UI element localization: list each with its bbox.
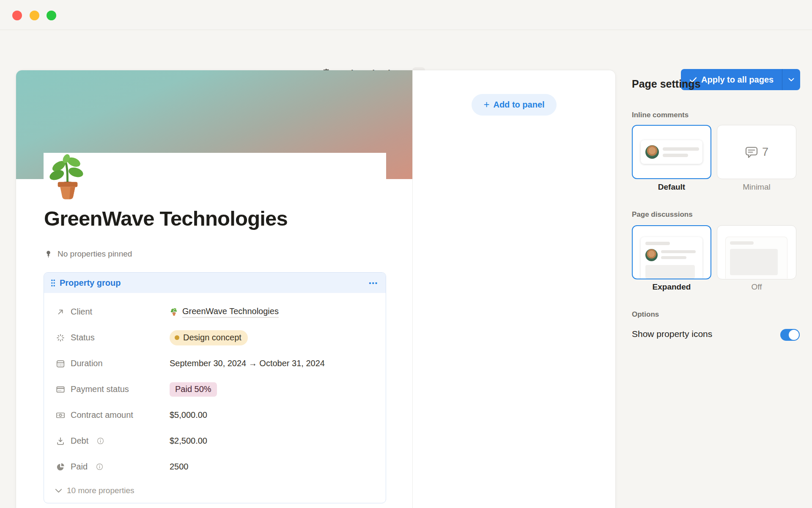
calendar-icon [56, 359, 65, 368]
arrow-up-right-icon [56, 307, 65, 317]
property-row-status[interactable]: Status Design concept [44, 325, 386, 351]
property-row-paid[interactable]: Paid 2500 [44, 454, 386, 480]
property-row-client[interactable]: Client [44, 299, 386, 325]
client-link[interactable]: GreenWave Technologies [182, 306, 279, 318]
status-dot [175, 335, 179, 340]
option-label-default: Default [632, 182, 711, 192]
panel-divider [412, 70, 413, 508]
drag-handle-icon[interactable] [51, 279, 55, 287]
app-window: Cancel Project database [0, 0, 812, 508]
options-label: Options [632, 310, 659, 319]
credit-card-icon [56, 385, 65, 394]
zoom-window-button[interactable] [47, 11, 56, 20]
option-label-minimal: Minimal [717, 182, 796, 192]
status-tag: Design concept [170, 330, 248, 345]
pie-chart-icon [56, 462, 65, 472]
minimize-window-button[interactable] [30, 11, 39, 20]
discussion-off-thumbnail [725, 237, 787, 279]
chevron-down-icon [55, 489, 62, 493]
discussion-preview-thumbnail [641, 237, 702, 279]
chevron-down-icon [788, 78, 794, 82]
pinned-properties-note: No properties pinned [44, 249, 132, 259]
page-title: GreenWave Technologies [44, 207, 288, 230]
potted-plant-icon [170, 307, 178, 316]
avatar [645, 249, 658, 261]
info-icon[interactable] [97, 437, 104, 444]
show-property-icons-toggle[interactable] [780, 329, 800, 341]
pin-icon [44, 250, 52, 258]
option-label-expanded: Expanded [632, 282, 711, 292]
inline-comments-default-option[interactable] [632, 125, 711, 179]
apply-label: Apply to all pages [701, 75, 774, 85]
info-icon[interactable] [96, 463, 103, 470]
plus-icon: + [483, 99, 489, 110]
property-group-header[interactable]: Property group ••• [44, 273, 386, 293]
option-label-off: Off [717, 282, 796, 292]
toggle-knob [789, 330, 799, 340]
property-group-card: Property group ••• Client [44, 272, 386, 503]
download-icon [56, 436, 65, 446]
more-properties-toggle[interactable]: 10 more properties [44, 480, 386, 502]
page-discussions-label: Page discussions [632, 210, 693, 219]
comment-bubble-icon [745, 145, 758, 159]
avatar [645, 145, 659, 159]
payment-status-tag: Paid 50% [170, 382, 217, 397]
page-discussions-expanded-option[interactable] [632, 225, 711, 279]
property-row-debt[interactable]: Debt $2,500.00 [44, 428, 386, 454]
titlebar [0, 0, 812, 30]
property-group-title: Property group [60, 278, 369, 288]
sidebar-title: Page settings [632, 78, 701, 90]
inline-comments-label: Inline comments [632, 111, 689, 119]
inline-comments-minimal-option[interactable]: 7 [717, 125, 796, 179]
banknote-icon [56, 411, 65, 420]
show-property-icons-label: Show property icons [632, 329, 712, 339]
apply-options-dropdown[interactable] [782, 69, 800, 90]
page-preview-panel: GreenWave Technologies No properties pin… [16, 70, 615, 508]
status-spinner-icon [56, 333, 65, 342]
property-row-contract-amount[interactable]: Contract amount $5,000.00 [44, 402, 386, 428]
property-row-duration[interactable]: Duration September 30, 2024 → October 31… [44, 351, 386, 376]
header: Cancel Project database [0, 30, 812, 70]
add-to-panel-button[interactable]: + Add to panel [472, 94, 557, 116]
property-row-payment-status[interactable]: Payment status Paid 50% [44, 376, 386, 402]
page-body-background [44, 153, 386, 179]
close-window-button[interactable] [12, 11, 22, 20]
comment-count: 7 [762, 146, 768, 159]
property-group-menu-button[interactable]: ••• [369, 279, 378, 287]
potted-plant-page-icon [43, 153, 92, 202]
comment-preview-thumbnail [641, 140, 702, 164]
page-discussions-off-option[interactable] [717, 225, 796, 279]
